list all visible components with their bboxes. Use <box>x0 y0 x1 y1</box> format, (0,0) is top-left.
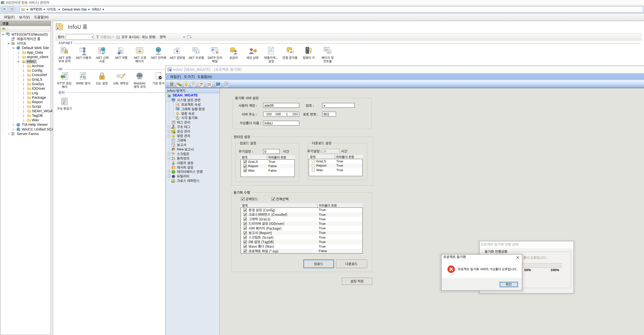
svg-text:ab: ab <box>290 51 293 53</box>
svg-text:ABC: ABC <box>207 83 211 85</box>
svg-text:DAV: DAV <box>138 77 141 79</box>
svg-text:404: 404 <box>138 51 141 52</box>
svg-text:ABC: ABC <box>171 157 175 158</box>
